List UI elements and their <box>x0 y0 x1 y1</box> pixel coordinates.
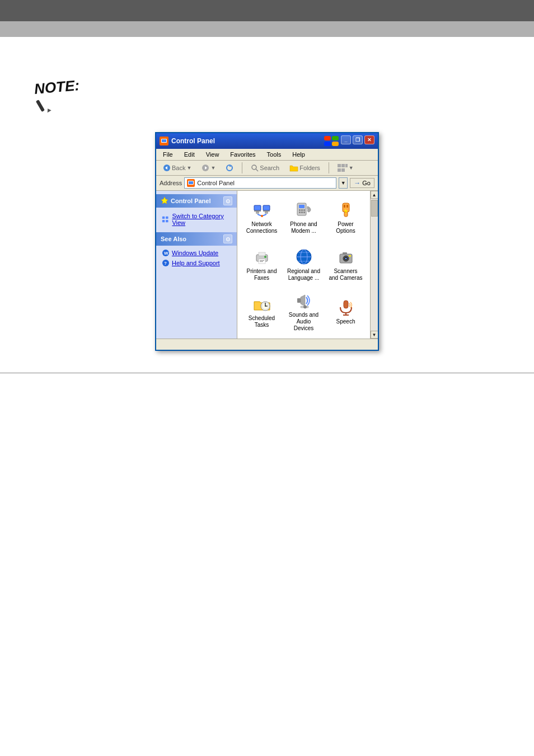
address-bar: Address Control Panel ▼ → Go <box>156 176 378 191</box>
forward-icon <box>202 164 209 172</box>
power-options-label: Power Options <box>329 221 363 234</box>
menu-edit[interactable]: Edit <box>182 150 197 159</box>
svg-rect-71 <box>349 255 351 257</box>
forward-button[interactable]: ▼ <box>198 162 219 173</box>
title-bar-left: Control Panel <box>160 137 215 145</box>
sounds-audio-icon[interactable]: Sounds and Audio Devices <box>284 289 324 334</box>
close-button[interactable]: ✕ <box>364 135 374 144</box>
svg-rect-26 <box>162 217 165 219</box>
refresh-button[interactable] <box>222 162 237 173</box>
svg-rect-38 <box>256 212 259 214</box>
svg-rect-22 <box>341 168 345 172</box>
network-connections-icon[interactable]: Network Connections <box>242 195 282 240</box>
views-dropdown-arrow: ▼ <box>349 165 354 171</box>
svg-rect-37 <box>263 210 270 212</box>
svg-marker-78 <box>301 295 305 306</box>
network-connections-label: Network Connections <box>245 221 279 234</box>
control-panel-window: Control Panel _ <box>155 132 379 351</box>
menu-view[interactable]: View <box>204 150 222 159</box>
views-button[interactable]: ▼ <box>334 162 357 173</box>
help-and-support-link[interactable]: ? Help and Support <box>156 258 237 268</box>
menu-favorites[interactable]: Favorites <box>228 150 257 159</box>
svg-rect-19 <box>341 164 345 167</box>
scheduled-tasks-icon[interactable]: Scheduled Tasks <box>242 289 282 334</box>
scheduled-tasks-label: Scheduled Tasks <box>245 315 279 328</box>
scanners-cameras-label: Scanners and Cameras <box>329 268 363 281</box>
folders-icon <box>289 164 298 172</box>
right-panel-container: Network Connections <box>237 191 378 339</box>
printers-faxes-label: Printers andFaxes <box>247 268 277 281</box>
toolbar-divider <box>242 162 242 173</box>
panel-collapse-button[interactable]: ⊙ <box>223 196 232 205</box>
status-bar <box>156 339 378 350</box>
regional-language-icon[interactable]: Regional and Language ... <box>284 242 324 287</box>
speech-label: Speech <box>336 318 355 325</box>
svg-rect-25 <box>189 181 193 184</box>
svg-point-42 <box>261 215 263 217</box>
svg-rect-48 <box>299 212 301 213</box>
address-dropdown[interactable]: ▼ <box>339 177 348 189</box>
restore-button[interactable]: ❐ <box>353 135 363 144</box>
minimize-button[interactable]: _ <box>341 135 351 144</box>
left-panel: Control Panel ⊙ <box>156 191 237 339</box>
address-field[interactable]: Control Panel <box>184 177 336 189</box>
svg-rect-8 <box>324 142 331 146</box>
scroll-down-arrow[interactable]: ▼ <box>371 331 378 339</box>
svg-rect-6 <box>324 136 331 140</box>
title-bar: Control Panel _ <box>156 133 378 149</box>
printers-faxes-icon[interactable]: Printers andFaxes <box>242 242 282 287</box>
svg-rect-46 <box>301 209 303 211</box>
folders-button[interactable]: Folders <box>286 162 324 173</box>
svg-marker-2 <box>46 107 51 112</box>
main-content: NOTE: <box>0 37 534 384</box>
back-icon <box>163 164 171 172</box>
svg-rect-35 <box>254 210 261 212</box>
search-button[interactable]: Search <box>247 162 283 173</box>
power-options-icon[interactable]: Power Options <box>326 195 366 240</box>
speech-icon[interactable]: Speech <box>326 289 366 334</box>
forward-dropdown-arrow: ▼ <box>210 165 216 171</box>
svg-rect-39 <box>265 212 268 214</box>
header-light-bar <box>0 21 534 37</box>
back-button[interactable]: Back ▼ <box>160 162 195 173</box>
svg-line-17 <box>256 169 258 171</box>
svg-rect-20 <box>345 164 348 167</box>
right-panel-scrollbar[interactable]: ▲ ▼ <box>370 191 378 339</box>
see-also-collapse-button[interactable]: ⊙ <box>223 234 232 243</box>
menu-tools[interactable]: Tools <box>265 150 284 159</box>
svg-rect-47 <box>303 209 305 211</box>
see-also-section: See Also ⊙ W Windows Update <box>156 232 237 270</box>
svg-rect-29 <box>166 220 168 222</box>
menu-help[interactable]: Help <box>290 150 307 159</box>
icons-grid: Network Connections <box>237 191 370 339</box>
svg-rect-36 <box>263 205 270 210</box>
regional-language-label: Regional and Language ... <box>287 268 321 281</box>
see-also-title: See Also <box>161 236 186 242</box>
svg-rect-81 <box>344 300 348 308</box>
svg-text:W: W <box>164 251 168 256</box>
scanners-cameras-icon[interactable]: Scanners and Cameras <box>326 242 366 287</box>
switch-to-category-link[interactable]: Switch to Category View <box>156 211 237 228</box>
svg-rect-1 <box>36 100 45 112</box>
see-also-header: See Also ⊙ <box>156 232 237 246</box>
svg-rect-59 <box>260 261 263 262</box>
windows-update-link[interactable]: W Windows Update <box>156 248 237 258</box>
address-label: Address <box>160 180 182 186</box>
svg-rect-53 <box>344 205 345 208</box>
svg-text:?: ? <box>164 261 167 266</box>
refresh-icon <box>226 164 233 172</box>
phone-modem-icon[interactable]: Phone and Modem ... <box>284 195 324 240</box>
scroll-thumb[interactable] <box>371 200 378 217</box>
scroll-up-arrow[interactable]: ▲ <box>371 191 378 199</box>
menu-bar: File Edit View Favorites Tools Help <box>156 149 378 161</box>
svg-rect-27 <box>166 217 168 219</box>
bottom-divider <box>0 373 534 373</box>
svg-point-60 <box>264 256 266 258</box>
svg-rect-44 <box>299 205 305 208</box>
note-section: NOTE: <box>34 76 500 115</box>
go-button[interactable]: → Go <box>350 178 374 188</box>
toolbar: Back ▼ ▼ <box>156 161 378 176</box>
window-buttons: _ ❐ ✕ <box>324 135 374 147</box>
menu-file[interactable]: File <box>161 150 175 159</box>
svg-rect-54 <box>346 205 348 208</box>
